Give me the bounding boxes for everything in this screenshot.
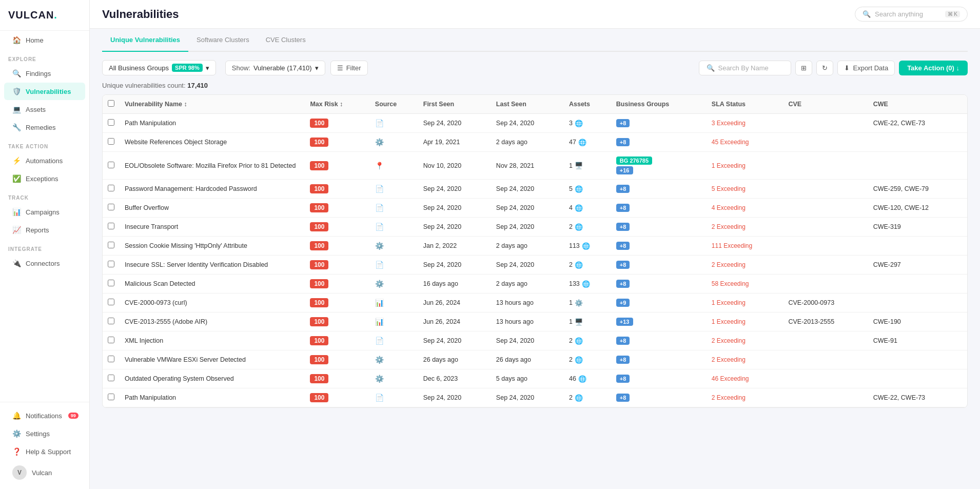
table-row: Vulnerable VMWare ESXi Server Detected10… bbox=[103, 350, 967, 369]
tab-unique-vulnerabilities[interactable]: Unique Vulnerabilities bbox=[102, 29, 188, 52]
sidebar-item-campaigns[interactable]: 📊 Campaigns bbox=[4, 203, 85, 221]
sidebar-item-label: Connectors bbox=[26, 260, 60, 267]
bg-count-badge: +8 bbox=[616, 242, 630, 250]
source-icon: ⚙️ bbox=[375, 280, 384, 288]
download-icon: ⬇ bbox=[844, 64, 850, 72]
sidebar-item-settings[interactable]: ⚙️ Settings bbox=[4, 425, 85, 442]
cve-cell bbox=[783, 180, 868, 199]
row-checkbox[interactable] bbox=[108, 185, 114, 191]
grid-view-button[interactable]: ⊞ bbox=[795, 61, 812, 75]
source-cell: 📄 bbox=[370, 114, 418, 133]
row-checkbox[interactable] bbox=[108, 394, 114, 400]
row-checkbox[interactable] bbox=[108, 337, 114, 343]
spr-badge: SPR 98% bbox=[172, 64, 203, 72]
row-checkbox[interactable] bbox=[108, 318, 114, 324]
risk-cell: 100 bbox=[305, 133, 369, 152]
cve-cell bbox=[783, 275, 868, 294]
select-all-checkbox[interactable] bbox=[108, 100, 114, 107]
last-seen-cell: 26 days ago bbox=[491, 350, 564, 369]
col-max-risk[interactable]: Max Risk ↕ bbox=[305, 95, 369, 114]
cwe-cell bbox=[868, 133, 967, 152]
col-sla-status: SLA Status bbox=[707, 95, 783, 114]
sidebar-item-notifications[interactable]: 🔔 Notifications 99 bbox=[4, 407, 85, 424]
assets-icon: 💻 bbox=[12, 105, 21, 113]
cwe-cell: CWE-190 bbox=[868, 312, 967, 331]
sidebar-item-connectors[interactable]: 🔌 Connectors bbox=[4, 255, 85, 272]
source-icon: 📄 bbox=[375, 337, 384, 345]
tab-cve-clusters[interactable]: CVE Clusters bbox=[258, 29, 314, 52]
cwe-cell: CWE-319 bbox=[868, 218, 967, 237]
risk-cell: 100 bbox=[305, 199, 369, 218]
sidebar-item-exceptions[interactable]: ✅ Exceptions bbox=[4, 170, 85, 187]
sidebar-item-help-support[interactable]: ❓ Help & Support bbox=[4, 443, 85, 460]
business-groups-cell: +8 bbox=[611, 275, 707, 294]
sidebar-item-home[interactable]: 🏠 Home bbox=[4, 31, 85, 49]
sla-value: 58 Exceeding bbox=[712, 280, 749, 287]
sidebar-user-label: Vulcan bbox=[32, 469, 52, 477]
source-icon: ⚙️ bbox=[375, 242, 384, 250]
sla-status-cell: 2 Exceeding bbox=[707, 331, 783, 350]
tab-software-clusters[interactable]: Software Clusters bbox=[188, 29, 258, 52]
row-checkbox[interactable] bbox=[108, 138, 114, 145]
asset-count: 3 bbox=[569, 120, 573, 127]
refresh-button[interactable]: ↻ bbox=[816, 61, 833, 75]
col-cwe: CWE bbox=[868, 95, 967, 114]
bg-count-badge: +16 bbox=[616, 166, 633, 174]
table-body: Path Manipulation100📄Sep 24, 2020Sep 24,… bbox=[103, 114, 967, 407]
cve-cell bbox=[783, 133, 868, 152]
row-checkbox[interactable] bbox=[108, 162, 114, 168]
assets-cell: 3 🌐 bbox=[564, 114, 611, 133]
sidebar-item-label: Remedies bbox=[26, 124, 56, 131]
sidebar-item-assets[interactable]: 💻 Assets bbox=[4, 101, 85, 118]
business-group-selector[interactable]: All Business Groups SPR 98% ▾ bbox=[102, 60, 216, 75]
export-button[interactable]: ⬇ Export Data bbox=[837, 61, 895, 75]
take-action-button[interactable]: Take Action (0) ↓ bbox=[899, 61, 968, 75]
show-selector[interactable]: Show: Vulnerable (17,410) ▾ bbox=[225, 61, 325, 75]
row-checkbox[interactable] bbox=[108, 375, 114, 381]
sidebar-item-vulnerabilities[interactable]: 🛡️ Vulnerabilities bbox=[4, 83, 85, 100]
row-checkbox[interactable] bbox=[108, 223, 114, 229]
show-label: Show: bbox=[232, 64, 250, 72]
col-vuln-name[interactable]: Vulnerability Name ↕ bbox=[120, 95, 305, 114]
first-seen-cell: Sep 24, 2020 bbox=[418, 331, 491, 350]
sidebar-item-remedies[interactable]: 🔧 Remedies bbox=[4, 119, 85, 136]
row-checkbox[interactable] bbox=[108, 280, 114, 286]
source-cell: 📄 bbox=[370, 218, 418, 237]
sla-status-cell: 1 Exceeding bbox=[707, 294, 783, 312]
row-checkbox[interactable] bbox=[108, 242, 114, 248]
search-icon: 🔍 bbox=[707, 64, 715, 72]
sidebar-item-user[interactable]: V Vulcan bbox=[4, 461, 85, 484]
sla-value: 4 Exceeding bbox=[712, 204, 746, 211]
global-search[interactable]: 🔍 Search anything ⌘ K bbox=[855, 7, 968, 22]
vuln-name-cell: Insecure Transport bbox=[120, 218, 305, 237]
bg-count-badge: +13 bbox=[616, 318, 633, 326]
risk-badge: 100 bbox=[310, 260, 328, 269]
sidebar-section-take-action: TAKE ACTION bbox=[0, 136, 89, 151]
sidebar-item-reports[interactable]: 📈 Reports bbox=[4, 221, 85, 239]
row-checkbox[interactable] bbox=[108, 356, 114, 362]
last-seen-cell: Sep 24, 2020 bbox=[491, 331, 564, 350]
cve-cell bbox=[783, 331, 868, 350]
search-kbd: ⌘ K bbox=[945, 11, 960, 17]
row-checkbox[interactable] bbox=[108, 299, 114, 305]
table-row: Outdated Operating System Observed100⚙️D… bbox=[103, 369, 967, 388]
sla-value: 2 Exceeding bbox=[712, 337, 746, 344]
sla-value: 1 Exceeding bbox=[712, 299, 746, 306]
sla-status-cell: 5 Exceeding bbox=[707, 180, 783, 199]
vuln-name-cell: CVE-2000-0973 (curl) bbox=[120, 294, 305, 312]
search-by-name-input[interactable]: 🔍 Search By Name bbox=[699, 61, 791, 75]
sidebar-item-findings[interactable]: 🔍 Findings bbox=[4, 65, 85, 82]
sidebar-item-label: Automations bbox=[26, 157, 63, 165]
first-seen-cell: Jun 26, 2024 bbox=[418, 294, 491, 312]
avatar: V bbox=[12, 465, 27, 480]
sla-value: 45 Exceeding bbox=[712, 139, 749, 146]
sla-value: 1 Exceeding bbox=[712, 162, 746, 169]
row-checkbox[interactable] bbox=[108, 261, 114, 267]
row-checkbox[interactable] bbox=[108, 204, 114, 210]
last-seen-cell: 2 days ago bbox=[491, 237, 564, 256]
asset-count: 4 bbox=[569, 204, 573, 211]
row-checkbox[interactable] bbox=[108, 119, 114, 126]
sidebar-item-automations[interactable]: ⚡ Automations bbox=[4, 152, 85, 169]
filter-button[interactable]: ☰ Filter bbox=[330, 61, 368, 75]
risk-badge: 100 bbox=[310, 279, 328, 288]
